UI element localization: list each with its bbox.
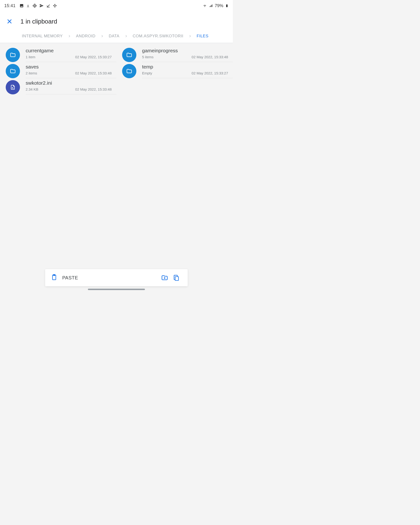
status-bar: 15:41 79% (0, 0, 233, 11)
breadcrumb: INTERNAL MEMORYANDROIDDATACOM.ASPYR.SWKO… (0, 30, 233, 43)
svg-rect-0 (55, 4, 55, 5)
svg-rect-3 (55, 5, 56, 6)
breadcrumb-item[interactable]: COM.ASPYR.SWKOTORII (130, 34, 186, 38)
file-body: swkotor2.ini2.34 KB02 May 2022, 15:33:48 (26, 80, 116, 94)
nav-handle[interactable] (88, 289, 145, 290)
new-folder-button[interactable] (159, 272, 171, 284)
folder-icon (6, 48, 20, 62)
file-date: 02 May 2022, 15:33:27 (75, 55, 112, 59)
signal-icon (209, 4, 213, 8)
svg-rect-2 (53, 5, 55, 6)
file-meta: Empty02 May 2022, 15:33:27 (142, 71, 228, 75)
svg-rect-7 (175, 277, 178, 280)
wifi-icon (202, 4, 207, 8)
copy-icon (173, 274, 180, 281)
status-time: 15:41 (4, 3, 16, 8)
breadcrumb-item[interactable]: ANDROID (73, 34, 98, 38)
svg-rect-4 (226, 5, 228, 7)
folder-item[interactable]: saves2 items02 May 2022, 15:33:48 (0, 62, 116, 78)
status-right: 79% (202, 3, 228, 8)
file-meta: 5 items02 May 2022, 15:33:48 (142, 55, 228, 59)
folder-icon (122, 64, 136, 78)
status-left: 15:41 (4, 3, 57, 8)
breadcrumb-item[interactable]: INTERNAL MEMORY (19, 34, 65, 38)
file-date: 02 May 2022, 15:33:48 (75, 87, 112, 91)
file-meta-info: 2.34 KB (26, 87, 38, 91)
file-meta-info: 2 items (26, 71, 37, 75)
battery-icon (225, 3, 228, 8)
file-meta-info: 1 item (26, 55, 35, 59)
file-grid: currentgame1 item02 May 2022, 15:33:27ga… (0, 43, 233, 94)
file-date: 02 May 2022, 15:33:48 (75, 71, 112, 75)
file-meta-info: 5 items (142, 55, 154, 59)
paste-button[interactable]: PASTE (51, 274, 159, 281)
chevron-right-icon (122, 34, 130, 38)
folder-icon (122, 48, 136, 62)
file-body: saves2 items02 May 2022, 15:33:48 (26, 64, 116, 78)
file-meta: 2 items02 May 2022, 15:33:48 (26, 71, 112, 75)
file-name: swkotor2.ini (26, 80, 112, 86)
svg-rect-1 (55, 6, 55, 8)
paste-label: PASTE (62, 275, 78, 281)
chevron-right-icon (186, 34, 194, 38)
file-body: gameinprogress5 items02 May 2022, 15:33:… (142, 48, 233, 62)
bottom-action-bar: PASTE (45, 269, 188, 286)
new-folder-icon (161, 274, 168, 281)
file-meta: 2.34 KB02 May 2022, 15:33:48 (26, 87, 112, 91)
folder-item[interactable]: tempEmpty02 May 2022, 15:33:27 (116, 62, 233, 78)
breadcrumb-item[interactable]: FILES (194, 34, 211, 38)
file-meta-info: Empty (142, 71, 152, 75)
send-icon (39, 4, 44, 8)
check-icon (46, 4, 50, 8)
file-name: gameinprogress (142, 48, 228, 54)
folder-icon (6, 64, 20, 78)
file-date: 02 May 2022, 15:33:27 (192, 71, 228, 75)
download-icon (26, 4, 30, 8)
photos-icon (32, 3, 37, 8)
file-date: 02 May 2022, 15:33:48 (192, 55, 228, 59)
slack-icon (53, 4, 57, 8)
file-meta: 1 item02 May 2022, 15:33:27 (26, 55, 112, 59)
chevron-right-icon (65, 34, 73, 38)
close-icon (6, 18, 13, 25)
file-name: saves (26, 64, 112, 70)
file-body: tempEmpty02 May 2022, 15:33:27 (142, 64, 233, 78)
svg-rect-6 (54, 274, 55, 276)
battery-percent: 79% (215, 3, 223, 8)
breadcrumb-item[interactable]: DATA (106, 34, 122, 38)
title-bar: 1 in clipboard (0, 11, 233, 30)
image-icon (19, 4, 24, 8)
file-body: currentgame1 item02 May 2022, 15:33:27 (26, 48, 116, 62)
file-name: currentgame (26, 48, 112, 54)
folder-item[interactable]: gameinprogress5 items02 May 2022, 15:33:… (116, 46, 233, 62)
close-button[interactable] (5, 17, 14, 26)
file-name: temp (142, 64, 228, 70)
clipboard-icon (51, 274, 57, 281)
chevron-right-icon (98, 34, 106, 38)
folder-item[interactable]: currentgame1 item02 May 2022, 15:33:27 (0, 46, 116, 62)
file-icon (6, 80, 20, 94)
page-title: 1 in clipboard (20, 18, 57, 25)
file-item[interactable]: swkotor2.ini2.34 KB02 May 2022, 15:33:48 (0, 78, 116, 94)
copy-button[interactable] (171, 272, 182, 283)
